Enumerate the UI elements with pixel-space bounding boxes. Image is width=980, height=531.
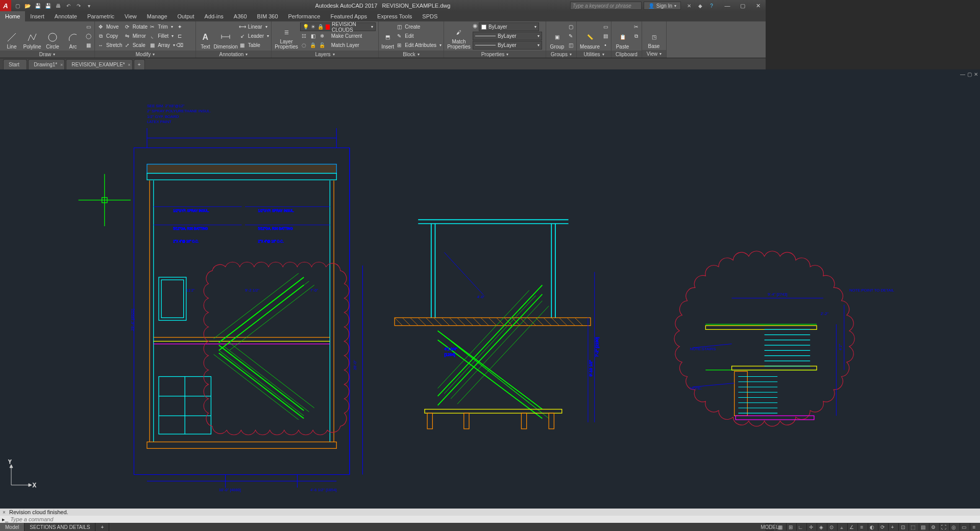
paste-button[interactable]: 📋 Paste [614,23,631,50]
exchange-icon[interactable]: ✕ [685,2,693,10]
array-icon: ▦ [149,42,156,49]
create-block-icon: ◫ [396,23,403,31]
svg-rect-86 [427,413,432,415]
tab-insert[interactable]: Insert [25,11,50,21]
match-layer-button[interactable]: Match Layer [331,42,359,48]
tab-manage[interactable]: Manage [142,11,173,21]
polyline-button[interactable]: Polyline [22,23,42,50]
layer-unlock-icon[interactable]: 🔓 [318,42,326,49]
file-tab[interactable]: REVISION_EXAMPLE*× [66,59,132,69]
array-button[interactable]: ▦Array▾ [149,41,175,50]
drawing-area[interactable]: — ▢ ✕ SEE SIM. 2"X8"@12" 2" SPRAY POLYUR… [0,69,766,415]
a360-icon[interactable]: ◆ [696,2,704,10]
new-tab-button[interactable]: + [134,59,145,69]
copy-button[interactable]: ⧉Copy [97,32,122,40]
erase-button[interactable]: ⌫ [176,41,183,50]
group-bbox-button[interactable]: ◫ [567,41,574,50]
tab-spds[interactable]: SPDS [417,11,443,21]
undo-icon[interactable]: ↶ [64,2,72,10]
measure-button[interactable]: 📏 Measure [579,23,601,50]
tab-view[interactable]: View [119,11,142,21]
explode-button[interactable]: ✦ [176,22,183,31]
move-button[interactable]: ✥Move [97,22,122,31]
line-button[interactable]: Line [2,23,21,50]
create-block-button[interactable]: ◫Create [396,22,442,31]
file-tab[interactable]: Start [3,59,27,69]
panel-modify-title: Modify [136,52,151,57]
open-icon[interactable]: 📂 [23,2,32,10]
search-box[interactable]: Type a keyword or phrase [570,2,642,10]
cut-button[interactable]: ✂ [632,22,640,31]
layer-off-icon[interactable]: ◌ [300,42,307,49]
tab-performance[interactable]: Performance [283,11,326,21]
new-icon[interactable]: ▢ [13,2,21,10]
tab-featured-apps[interactable]: Featured Apps [326,11,373,21]
tab-output[interactable]: Output [173,11,200,21]
edit-block-button[interactable]: ✎Edit [396,32,442,40]
group-edit-button[interactable]: ✎ [567,32,574,40]
color-icon[interactable]: ◉ [473,22,478,31]
group-button[interactable]: ▣ Group [548,23,566,50]
leader-button[interactable]: ↙Leader▾ [239,32,269,40]
base-button[interactable]: ◳ Base [644,22,664,49]
app-icon[interactable]: A [0,0,11,11]
file-tab[interactable]: Drawing1*× [28,59,65,69]
tab-home[interactable]: Home [0,11,25,21]
rectangle-button[interactable]: ▭ [85,22,92,31]
svg-text:2"X 4"@ 16" O.C.: 2"X 4"@ 16" O.C. [258,239,284,243]
trim-button[interactable]: ✂Trim▾ [149,22,175,31]
dimension-button[interactable]: Dimension [214,23,238,50]
svg-line-57 [229,343,314,408]
offset-button[interactable]: ⊏ [176,32,183,40]
color-combo[interactable]: ByLayer▾ [479,22,539,31]
tab-parametric[interactable]: Parametric [82,11,119,21]
fillet-button[interactable]: ◟Fillet▾ [149,32,175,40]
layer-combo[interactable]: 💡 ☀ 🔒 REVISION CLOUDS ▾ [300,22,376,31]
hatch-button[interactable]: ▦ [85,41,92,50]
help-icon[interactable]: ? [707,2,716,10]
layer-states-icon[interactable]: ☷ [300,33,307,40]
redo-icon[interactable]: ↷ [75,2,83,10]
qat-more-icon[interactable]: ▾ [85,2,93,10]
layer-freeze-icon[interactable]: ❄ [318,33,326,40]
lineweight-combo[interactable]: ByLayer▾ [473,32,542,40]
maximize-button[interactable]: ▢ [735,0,750,11]
tab-add-ins[interactable]: Add-ins [200,11,229,21]
signin-button[interactable]: 👤 Sign In ▾ [644,2,681,10]
scale-button[interactable]: ⤢Scale [124,41,148,50]
linear-button[interactable]: ⟷Linear▾ [239,22,269,31]
edit-attributes-button[interactable]: ⊞Edit Attributes▾ [396,41,442,50]
tab-a360[interactable]: A360 [229,11,252,21]
mirror-button[interactable]: ⇋Mirror [124,32,148,40]
arc-button[interactable]: Arc [63,23,83,50]
rotate-button[interactable]: ⟳Rotate [124,22,148,31]
insert-button[interactable]: ⬒ Insert [381,23,395,50]
measure-icon: 📏 [584,32,596,43]
circle-button[interactable]: Circle [43,23,62,50]
tab-express-tools[interactable]: Express Tools [372,11,417,21]
ellipse-button[interactable]: ◯ [85,32,92,40]
saveas-icon[interactable]: 💾 [44,2,52,10]
layer-iso-icon[interactable]: ◧ [309,33,316,40]
make-current-button[interactable]: Make Current [331,33,362,39]
tab-annotate[interactable]: Annotate [50,11,82,21]
layer-properties-button[interactable]: ☰ Layer Properties [274,23,299,50]
layer-lock-icon[interactable]: 🔒 [309,42,316,49]
close-tab-icon[interactable]: × [128,62,130,67]
text-button[interactable]: A Text [198,23,213,50]
match-properties-button[interactable]: 🖌 Match Properties [446,23,472,50]
copy-clip-button[interactable]: ⧉ [632,32,640,40]
save-icon[interactable]: 💾 [34,2,42,10]
point-button[interactable]: • [602,41,609,50]
select-all-button[interactable]: ▭ [602,22,609,31]
quick-calc-button[interactable]: ▤ [602,32,609,40]
linetype-combo[interactable]: ByLayer▾ [473,41,542,50]
minimize-button[interactable]: — [720,0,735,11]
close-button[interactable]: ✕ [750,0,766,11]
close-tab-icon[interactable]: × [60,62,63,67]
stretch-button[interactable]: ↔Stretch [97,41,122,50]
table-button[interactable]: ▦Table [239,41,269,50]
tab-bim-360[interactable]: BIM 360 [252,11,283,21]
ungroup-button[interactable]: ▢ [567,22,574,31]
plot-icon[interactable]: 🖶 [54,2,62,10]
